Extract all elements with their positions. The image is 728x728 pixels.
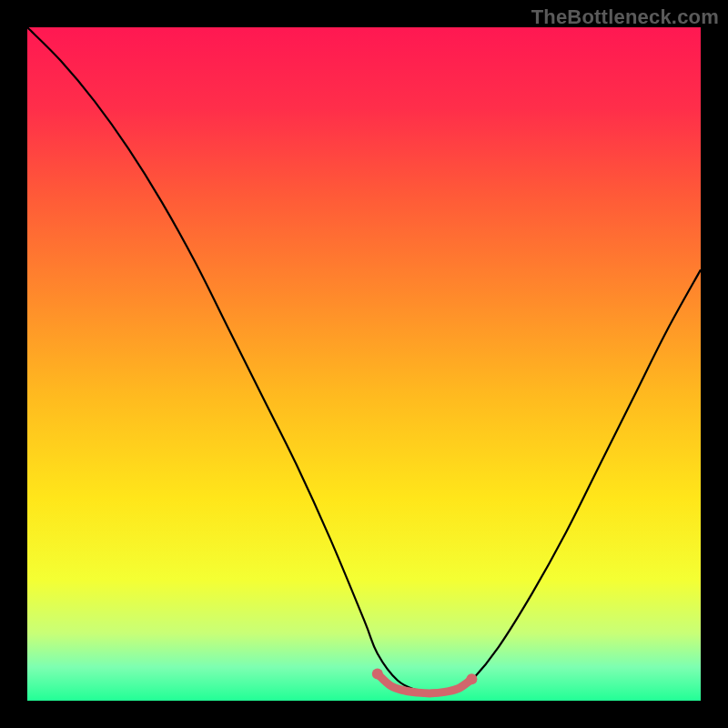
plot-area <box>27 27 701 701</box>
chart-container: TheBottleneck.com <box>0 0 728 728</box>
plateau-marker <box>372 668 383 679</box>
gradient-background <box>27 27 701 701</box>
plateau-marker <box>466 673 477 684</box>
watermark-text: TheBottleneck.com <box>531 5 719 29</box>
chart-svg <box>27 27 701 701</box>
